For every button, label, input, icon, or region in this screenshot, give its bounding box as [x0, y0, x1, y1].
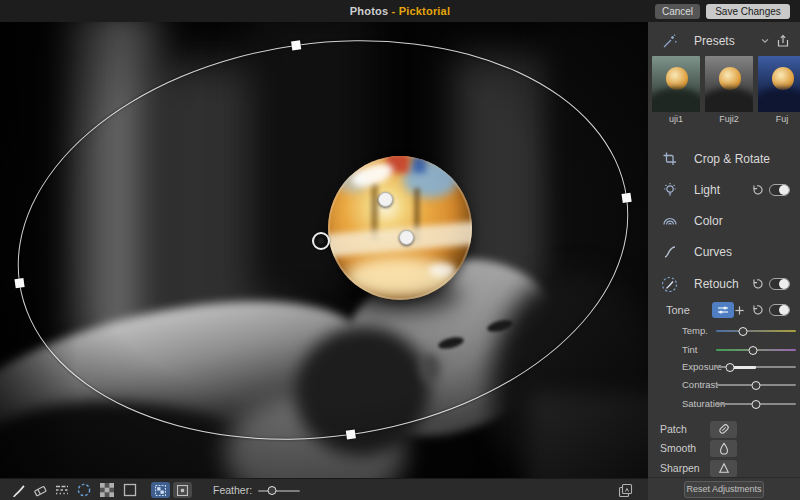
temp-slider[interactable] — [716, 330, 796, 332]
feather-slider-knob[interactable] — [267, 486, 276, 495]
tone-subsection-header: Tone — [648, 299, 800, 321]
reset-retouch-icon[interactable] — [751, 278, 763, 290]
preset-thumbnail-fuji1[interactable] — [652, 56, 700, 112]
light-section[interactable]: Light — [648, 178, 800, 202]
preset-label: uji1 — [652, 114, 700, 124]
selection-square-icon — [177, 485, 188, 496]
contrast-slider[interactable] — [716, 384, 796, 386]
linear-gradient-tool-button[interactable] — [52, 481, 72, 499]
thumbnail-ball — [666, 67, 688, 89]
sharpen-tool-button[interactable] — [710, 460, 737, 477]
crop-rotate-label: Crop & Rotate — [694, 152, 770, 166]
before-after-compare-button[interactable] — [615, 481, 635, 499]
eraser-icon — [32, 482, 48, 498]
reset-adjustments-button[interactable]: Reset Adjustments — [684, 481, 764, 498]
smooth-tool-button[interactable] — [710, 440, 737, 457]
tint-slider-row: Tint — [648, 341, 800, 359]
thumbnail-subject — [652, 88, 700, 112]
preset-thumbnail-labels: uji1 Fuji2 Fuj — [652, 114, 800, 124]
thumbnail-ball — [772, 67, 794, 89]
mask-handle-top[interactable] — [291, 40, 301, 50]
preset-label: Fuj — [758, 114, 800, 124]
tint-slider-knob[interactable] — [748, 346, 757, 355]
tone-toggle[interactable] — [769, 304, 790, 316]
cancel-button[interactable]: Cancel — [655, 4, 700, 19]
patch-label: Patch — [660, 423, 687, 435]
curve-icon — [661, 244, 678, 261]
saturation-slider[interactable] — [716, 403, 796, 405]
preset-thumbnails — [652, 56, 800, 112]
color-label: Color — [694, 214, 723, 228]
curves-label: Curves — [694, 245, 732, 259]
feather-slider[interactable] — [258, 490, 300, 492]
sharpen-triangle-icon — [718, 462, 730, 474]
crop-icon — [661, 151, 678, 168]
show-mask-overlay-button[interactable] — [151, 482, 170, 498]
retouch-section[interactable]: Retouch — [648, 272, 800, 296]
mask-overlay-icon — [155, 485, 166, 496]
light-toggle[interactable] — [769, 184, 790, 196]
pattern-mask-tool-button[interactable] — [97, 481, 117, 499]
clear-mask-tool-button[interactable] — [120, 481, 140, 499]
mask-handle-bottom[interactable] — [345, 430, 355, 440]
patch-row: Patch — [648, 419, 800, 439]
lightbulb-icon — [661, 182, 678, 199]
sharpen-row: Sharpen — [648, 458, 800, 478]
mask-center-target[interactable] — [312, 232, 330, 250]
window-title-separator: - — [392, 5, 396, 17]
sidebar-footer: Reset Adjustments — [648, 477, 800, 500]
eraser-tool-button[interactable] — [30, 481, 50, 499]
exposure-slider-knob[interactable] — [726, 363, 735, 372]
preset-thumbnail-fuji3[interactable] — [758, 56, 800, 112]
curves-section[interactable]: Curves — [648, 240, 800, 264]
retouch-toggle[interactable] — [769, 278, 790, 290]
add-tone-adjustment-icon[interactable] — [734, 305, 745, 316]
tone-label: Tone — [666, 304, 690, 316]
show-selection-button[interactable] — [173, 482, 192, 498]
smooth-label: Smooth — [660, 442, 696, 454]
patch-tool-button[interactable] — [710, 421, 737, 438]
sharpen-label: Sharpen — [660, 462, 700, 474]
tint-slider[interactable] — [716, 349, 796, 351]
rainbow-icon — [661, 213, 678, 230]
saturation-slider-knob[interactable] — [752, 400, 761, 409]
patch-icon — [717, 422, 731, 436]
preset-thumbnail-fuji2[interactable] — [705, 56, 753, 112]
temp-slider-knob[interactable] — [739, 327, 748, 336]
contrast-slider-knob[interactable] — [752, 381, 761, 390]
checkerboard-icon — [100, 483, 114, 497]
brush-tool-button[interactable] — [9, 481, 29, 499]
export-presets-icon[interactable] — [776, 34, 790, 48]
titlebar: Photos - Picktorial Cancel Save Changes — [0, 0, 800, 22]
tone-sliders-button[interactable] — [712, 302, 734, 318]
window-title-secondary: Picktorial — [399, 5, 451, 17]
window-title-primary: Photos — [350, 5, 388, 17]
save-changes-button[interactable]: Save Changes — [706, 4, 790, 19]
crop-rotate-section[interactable]: Crop & Rotate — [648, 147, 800, 171]
exposure-slider[interactable] — [716, 366, 796, 368]
thumbnail-ball — [719, 67, 741, 89]
feather-label: Feather: — [213, 479, 252, 500]
mask-handle-left[interactable] — [14, 278, 24, 288]
retouch-control-point-1[interactable] — [378, 192, 393, 207]
sliders-icon — [716, 304, 730, 316]
droplet-icon — [718, 442, 730, 455]
presets-label: Presets — [694, 34, 735, 48]
mask-handle-right[interactable] — [621, 192, 631, 202]
contrast-slider-label: Contrast — [682, 376, 718, 394]
presets-section-header[interactable]: Presets — [648, 28, 800, 54]
thumbnail-subject — [758, 88, 800, 112]
retouch-control-point-2[interactable] — [399, 230, 414, 245]
reset-light-icon[interactable] — [751, 184, 763, 196]
chevron-down-icon[interactable] — [760, 36, 770, 46]
preset-label: Fuji2 — [705, 114, 753, 124]
reset-tone-icon[interactable] — [751, 304, 763, 316]
radial-gradient-tool-button[interactable] — [74, 481, 94, 499]
exposure-slider-row: Exposure — [648, 358, 800, 376]
photo-canvas[interactable] — [0, 22, 648, 478]
magic-wand-icon — [661, 33, 678, 50]
radial-gradient-icon — [76, 482, 92, 498]
color-section[interactable]: Color — [648, 209, 800, 233]
smooth-row: Smooth — [648, 438, 800, 458]
adjustments-sidebar: Presets uji1 Fuji2 Fuj — [648, 22, 800, 500]
